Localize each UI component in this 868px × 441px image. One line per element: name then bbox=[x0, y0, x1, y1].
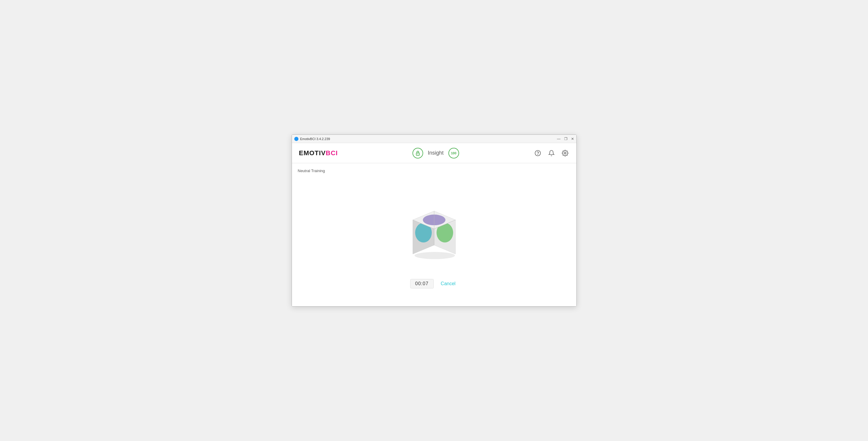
device-info: Insight 100 bbox=[412, 148, 459, 159]
cube-3d bbox=[401, 196, 467, 262]
titlebar-left: EmotivBCI 3.4.2.239 bbox=[294, 137, 330, 141]
main-content: Neutral Training bbox=[292, 163, 577, 306]
cancel-button[interactable]: Cancel bbox=[438, 279, 458, 288]
notifications-button[interactable] bbox=[547, 149, 556, 157]
svg-point-4 bbox=[564, 152, 566, 154]
device-connection-icon[interactable] bbox=[412, 148, 423, 159]
titlebar-controls: — ❐ ✕ bbox=[557, 137, 574, 141]
close-button[interactable]: ✕ bbox=[571, 137, 574, 141]
titlebar: EmotivBCI 3.4.2.239 — ❐ ✕ bbox=[292, 135, 577, 143]
cube-container bbox=[401, 196, 467, 263]
window-title: EmotivBCI 3.4.2.239 bbox=[300, 137, 330, 141]
svg-point-5 bbox=[414, 252, 455, 259]
device-name: Insight bbox=[428, 150, 444, 156]
battery-icon: 100 bbox=[448, 148, 459, 159]
help-button[interactable] bbox=[534, 149, 542, 157]
logo-bci: BCI bbox=[326, 149, 338, 157]
settings-button[interactable] bbox=[561, 149, 569, 157]
logo-emotiv: EMOTIV bbox=[299, 149, 326, 157]
header: EMOTIVBCI Insight 100 bbox=[292, 143, 577, 163]
controls-row: 00:07 Cancel bbox=[410, 279, 458, 289]
app-window: EmotivBCI 3.4.2.239 — ❐ ✕ EMOTIVBCI Insi… bbox=[291, 134, 577, 307]
minimize-button[interactable]: — bbox=[557, 137, 561, 141]
svg-point-1 bbox=[417, 154, 418, 154]
header-actions bbox=[534, 149, 569, 157]
app-icon bbox=[294, 137, 299, 141]
logo: EMOTIVBCI bbox=[299, 149, 338, 157]
timer-display: 00:07 bbox=[410, 279, 434, 289]
restore-button[interactable]: ❐ bbox=[564, 137, 567, 141]
page-label: Neutral Training bbox=[298, 169, 325, 173]
